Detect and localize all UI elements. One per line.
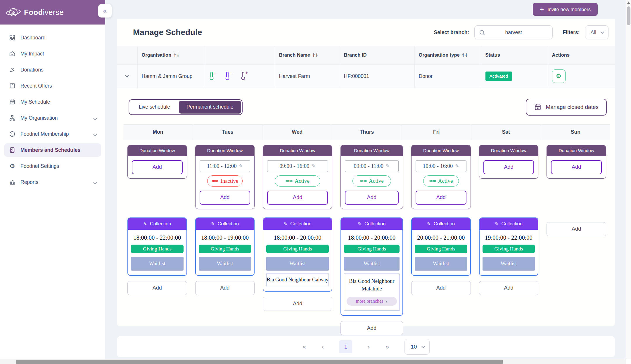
donation-window-time-input[interactable]: 10:00 - 16:00✎ [416,160,466,172]
brand-logo: Foodiverse [6,6,64,19]
add-collection-button[interactable]: Add [263,297,332,311]
sidebar-item-foodnet-membership[interactable]: Foodnet Membership [4,127,101,141]
sidebar-item-donations[interactable]: Donations [4,63,101,76]
sidebar-item-recent-offers[interactable]: Recent Offers [4,79,101,93]
sidebar-item-label: Donations [20,67,44,73]
sidebar-item-members-and-schedules[interactable]: Members and Schedules [4,143,101,157]
add-collection-button[interactable]: Add [479,281,539,295]
scrollbar-corner [626,359,631,364]
sidebar-item-my-schedule[interactable]: My Schedule [4,95,101,109]
gear-icon: ⚙ [556,73,561,79]
donation-window-time-input[interactable]: 11:00 - 12:00✎ [200,160,250,172]
row-expander-cell[interactable] [117,65,137,88]
weekday-header: Wed [262,125,332,140]
add-collection-button[interactable]: Add [195,281,255,295]
collection-time: 18:00:00 - 22:00:00 [131,234,184,241]
sidebar-item-reports[interactable]: Reports [4,175,101,189]
branch-search-box [474,25,553,39]
sidebar-item-label: Foodnet Settings [20,163,59,169]
vertical-scrollbar[interactable] [626,0,631,359]
tab-live-schedule[interactable]: Live schedule [130,101,179,114]
tab-permanent-schedule[interactable]: Permanent schedule [179,101,241,114]
add-donation-window-button[interactable]: Add [416,191,466,205]
add-donation-window-button[interactable]: Add [200,191,250,205]
next-page-button[interactable]: › [367,344,370,350]
collection-header[interactable]: ✎Collection [263,218,331,230]
sidebar-item-my-impact[interactable]: My Impact [4,47,101,60]
sidebar-item-label: Reports [20,179,38,185]
row-settings-button[interactable]: ⚙ [552,69,566,83]
invite-new-members-button[interactable]: + Invite new members [533,3,598,16]
collection-header[interactable]: ✎Collection [341,218,402,230]
collection-card: ✎Collection 18:00:00 - 22:00:00 Giving H… [127,217,187,276]
collection-card: ✎Collection 20:00:00 - 21:00:00 Giving H… [411,217,471,276]
last-page-button[interactable]: » [385,344,389,350]
active-status-pill: ≈≈Active [423,175,459,187]
previous-page-button[interactable]: ‹ [321,344,324,350]
pencil-icon: ✎ [495,221,499,227]
sort-icon: ↑↓ [173,53,179,58]
add-donation-window-button[interactable]: Add [132,160,183,174]
pagination-bar: « ‹ 1 › » 10 [117,336,615,357]
weekday-header: Fri [402,125,471,140]
horizontal-scrollbar[interactable] [0,359,626,364]
branch-search-input[interactable] [475,26,552,39]
temperature-types-header [204,46,275,65]
invite-button-label: Invite new members [547,7,591,12]
topbar: + Invite new members [105,0,626,19]
sidebar-item-foodnet-settings[interactable]: ⚙ Foodnet Settings [4,159,101,173]
add-donation-window-button[interactable]: Add [551,160,602,174]
donation-window-time-input[interactable]: 09:00 - 16:00✎ [267,160,328,172]
sidebar-item-my-organisation[interactable]: My Organisation [4,111,101,125]
current-page-button[interactable]: 1 [339,340,352,353]
organisation-header[interactable]: Organisation↑↓ [137,46,204,65]
page-size-value: 10 [411,344,417,350]
manage-closed-dates-button[interactable]: Manage closed dates [526,99,607,116]
donation-window-card: Donation Window Add [547,145,606,179]
add-donation-window-button[interactable]: Add [483,160,534,174]
add-donation-window-button[interactable]: Add [267,191,328,205]
sidebar-item-label: Dashboard [20,35,46,41]
sidebar-item-label: My Impact [20,51,44,57]
collection-header[interactable]: ✎Collection [196,218,254,230]
pencil-icon: ✎ [386,163,390,169]
day-column-fri: Donation Window 10:00 - 16:00✎ ≈≈Active … [407,140,475,335]
house-icon [9,50,16,57]
more-branches-toggle[interactable]: more branches▾ [347,297,397,306]
collection-header[interactable]: ✎Collection [128,218,186,230]
giving-hands-badge: Giving Hands [415,245,467,253]
branch-name-header[interactable]: Branch Name↑↓ [275,46,340,65]
dashboard-icon [9,34,16,41]
weekday-header: Thurs [332,125,401,140]
donation-window-card: Donation Window Add [127,145,187,179]
first-page-button[interactable]: « [302,344,306,350]
add-collection-button[interactable]: Add [340,321,403,335]
scroll-up-arrow-icon[interactable] [627,1,630,4]
collection-time: 18:00:00 - 19:00:00 [199,234,251,241]
organisation-type-header[interactable]: Organisation type↑↓ [414,46,481,65]
add-collection-button[interactable]: Add [127,281,187,295]
donation-window-time-input[interactable]: 09:00 - 11:00✎ [345,160,399,172]
page-size-select[interactable]: 10 [404,339,430,355]
horizontal-scroll-thumb[interactable] [16,360,503,364]
add-donation-window-button[interactable]: Add [345,191,399,205]
branch-name: Bia Good Neighbour Malahide [347,277,397,293]
sidebar: Foodiverse Dashboard My Impact Donations [0,0,105,359]
add-collection-button[interactable]: Add [411,281,471,295]
search-icon [479,29,486,36]
sidebar-item-dashboard[interactable]: Dashboard [4,31,101,44]
wave-icon: ≈≈ [212,178,218,184]
select-branch-label: Select branch: [434,29,469,36]
wave-icon: ≈≈ [429,178,436,184]
table-row: Hamm & Jamm Group + − ❄ [117,65,615,88]
day-column-wed: Donation Window 09:00 - 16:00✎ ≈≈Active … [259,140,336,335]
filter-select[interactable]: All [585,25,608,39]
collection-header[interactable]: ✎Collection [412,218,470,230]
vertical-scroll-thumb[interactable] [627,6,630,25]
donation-window-card: Donation Window 11:00 - 12:00✎ ≈≈Inactiv… [195,145,255,209]
collection-header[interactable]: ✎Collection [480,218,538,230]
temperature-icons-cell: + − ❄ [204,65,275,88]
sidebar-collapse-button[interactable]: « [98,4,112,18]
add-collection-button[interactable]: Add [547,222,606,236]
thermometer-plus-icon: + [208,72,216,81]
